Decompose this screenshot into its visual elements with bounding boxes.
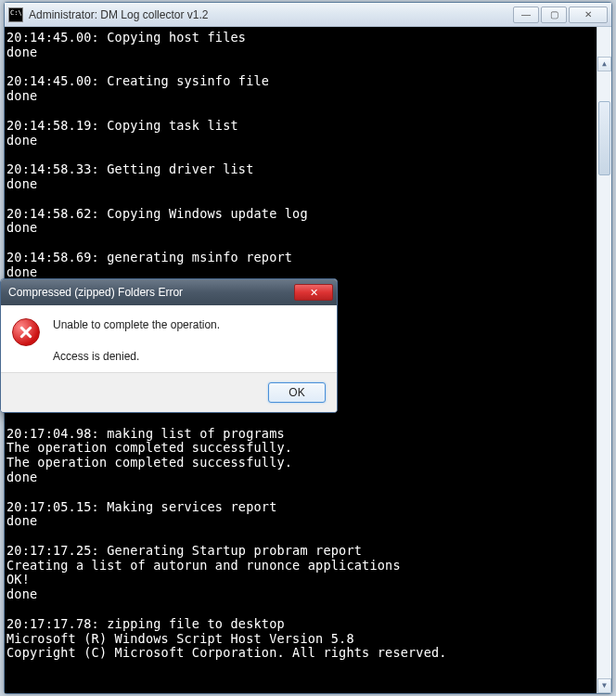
window-controls: — ▢ ✕ (513, 6, 608, 23)
scroll-thumb[interactable] (598, 101, 610, 175)
minimize-button[interactable]: — (513, 6, 539, 23)
cmd-icon (8, 7, 23, 22)
dialog-title: Compressed (zipped) Folders Error (8, 286, 294, 299)
scroll-down-button[interactable]: ▼ (597, 678, 611, 693)
close-button[interactable]: ✕ (569, 6, 608, 23)
dialog-footer: OK (1, 372, 337, 412)
dialog-message-line1: Unable to complete the operation. (53, 318, 220, 331)
dialog-message-line2: Access is denied. (53, 350, 220, 363)
scroll-up-button[interactable]: ▲ (597, 57, 611, 71)
maximize-button[interactable]: ▢ (541, 6, 567, 23)
ok-button[interactable]: OK (268, 382, 326, 403)
console-title: Administrator: DM Log collector v1.2 (29, 8, 513, 21)
console-scrollbar[interactable]: ▲ ▼ (597, 27, 611, 693)
console-titlebar[interactable]: Administrator: DM Log collector v1.2 — ▢… (5, 3, 611, 27)
dialog-titlebar[interactable]: Compressed (zipped) Folders Error ✕ (1, 279, 337, 305)
error-icon (12, 318, 40, 346)
error-dialog: Compressed (zipped) Folders Error ✕ Unab… (0, 278, 338, 413)
dialog-body: Unable to complete the operation. Access… (1, 305, 337, 372)
dialog-message: Unable to complete the operation. Access… (53, 318, 220, 363)
dialog-close-button[interactable]: ✕ (294, 284, 333, 301)
